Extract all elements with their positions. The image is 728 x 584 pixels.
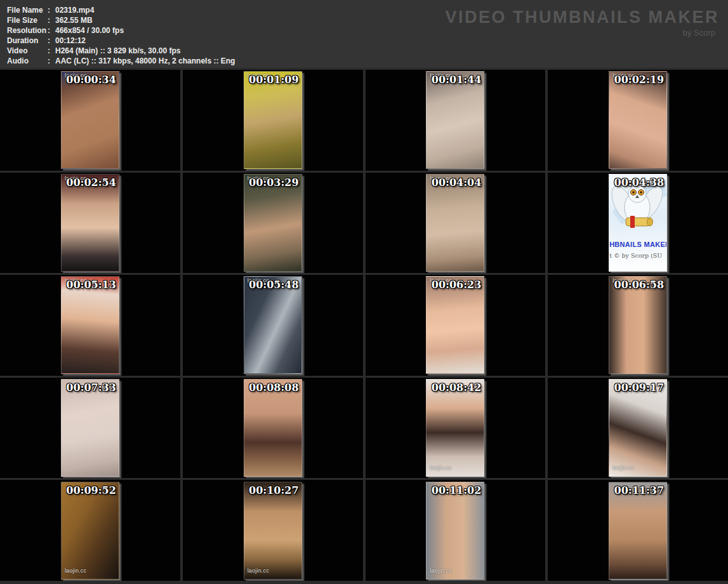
grid-cell: HBNAILS MAKER 5t © by Scorp (SU00:04:38: [548, 173, 728, 274]
video-frame-thumbnail: laojin.cc00:03:29: [244, 174, 302, 272]
thumbnail-sheet: { "header": { "bg_color": "#343434", "fi…: [0, 0, 728, 584]
frame-timestamp: 00:01:44: [432, 74, 482, 86]
grid-cell: laojin.cc00:00:34: [0, 70, 180, 171]
grid-cell: laojin.cc00:09:52: [0, 480, 180, 581]
meta-value: 362.55 MB: [55, 15, 93, 25]
grid-cell: laojin.cc00:11:02: [366, 480, 546, 581]
meta-colon: :: [48, 36, 55, 46]
thumbnail-grid: laojin.cc00:00:34laojin.cc00:01:09laojin…: [0, 68, 728, 584]
frame-timestamp: 00:05:13: [66, 279, 116, 291]
site-watermark: laojin.cc: [65, 567, 86, 574]
meta-colon: :: [48, 5, 55, 15]
meta-colon: :: [48, 56, 55, 66]
meta-label: File Name: [7, 5, 48, 15]
grid-cell: laojin.cc00:06:23: [366, 275, 546, 376]
video-frame-thumbnail: 00:08:08: [244, 379, 302, 477]
info-header: File Name:02319.mp4File Size:362.55 MBRe…: [0, 0, 728, 68]
meta-value: H264 (Main) :: 3 829 kb/s, 30.00 fps: [55, 46, 180, 56]
meta-value: AAC (LC) :: 317 kbps, 48000 Hz, 2 channe…: [55, 56, 235, 66]
meta-colon: :: [48, 25, 55, 36]
grid-cell: laojin.cc00:01:09: [183, 70, 363, 171]
video-frame-thumbnail: laojin.cc00:05:48: [244, 276, 302, 374]
frame-timestamp: 00:09:52: [66, 484, 116, 496]
meta-label: Duration: [7, 36, 48, 46]
meta-label: Video: [7, 46, 48, 56]
frame-timestamp: 00:07:33: [66, 382, 116, 394]
video-frame-thumbnail: laojin.cc00:10:27: [244, 482, 302, 580]
video-frame-thumbnail: 00:07:33: [61, 379, 119, 477]
video-frame-thumbnail: laojin.cc00:00:34: [61, 71, 119, 169]
grid-cell: laojin.cc00:06:58: [548, 275, 728, 376]
grid-cell: laojin.cc00:02:19: [548, 70, 728, 171]
site-watermark: laojin.cc: [430, 567, 451, 574]
frame-timestamp: 00:10:27: [249, 484, 299, 496]
logo-text-line1: HBNAILS MAKER 5: [609, 241, 666, 248]
meta-row: Resolution:466x854 / 30.00 fps: [7, 25, 235, 36]
video-frame-thumbnail: laojin.cc00:04:04: [426, 174, 484, 272]
grid-cell: laojin.cc00:09:17: [548, 378, 728, 479]
grid-cell: laojin.cc00:04:04: [366, 173, 546, 274]
app-byline: by Scorp: [446, 28, 720, 37]
frame-timestamp: 00:08:42: [432, 382, 482, 394]
grid-cell: 00:11:37: [548, 480, 728, 581]
meta-label: Audio: [7, 56, 48, 66]
video-frame-thumbnail: laojin.cc00:08:42: [426, 379, 484, 477]
video-frame-thumbnail: laojin.cc00:06:23: [426, 276, 484, 374]
video-frame-thumbnail: laojin.cc00:09:52: [61, 482, 119, 580]
video-frame-thumbnail-sample-logo: HBNAILS MAKER 5t © by Scorp (SU00:04:38: [609, 174, 667, 272]
meta-row: Duration:00:12:12: [7, 36, 235, 46]
meta-colon: :: [48, 46, 55, 56]
frame-timestamp: 00:05:48: [249, 279, 299, 291]
frame-timestamp: 00:04:38: [614, 176, 665, 189]
grid-cell: laojin.cc00:05:13: [0, 275, 180, 376]
video-frame-thumbnail: 00:11:37: [609, 482, 667, 580]
frame-timestamp: 00:04:04: [432, 176, 482, 189]
site-watermark: laojin.cc: [430, 465, 451, 471]
grid-cell: laojin.cc00:10:27: [183, 480, 363, 581]
frame-timestamp: 00:08:08: [249, 382, 299, 394]
site-watermark: laojin.cc: [248, 567, 269, 574]
video-frame-thumbnail: laojin.cc00:02:54: [61, 174, 119, 272]
file-metadata: File Name:02319.mp4File Size:362.55 MBRe…: [7, 5, 235, 66]
video-frame-thumbnail: laojin.cc00:11:02: [426, 482, 484, 580]
frame-timestamp: 00:01:09: [249, 74, 299, 86]
meta-row: Audio:AAC (LC) :: 317 kbps, 48000 Hz, 2 …: [7, 56, 235, 66]
grid-cell: laojin.cc00:01:44: [366, 70, 546, 171]
logo-text-line2: t © by Scorp (SU: [609, 252, 666, 259]
frame-timestamp: 00:06:23: [432, 279, 482, 291]
meta-row: File Size:362.55 MB: [7, 15, 235, 25]
meta-value: 00:12:12: [55, 36, 86, 46]
video-frame-thumbnail: laojin.cc00:02:19: [609, 71, 667, 169]
grid-cell: laojin.cc00:03:29: [183, 173, 363, 274]
frame-timestamp: 00:02:54: [66, 176, 116, 189]
meta-value: 466x854 / 30.00 fps: [55, 25, 124, 36]
meta-value: 02319.mp4: [55, 5, 94, 15]
app-title: VIDEO THUMBNAILS MAKER: [446, 8, 720, 27]
app-watermark: VIDEO THUMBNAILS MAKER by Scorp: [446, 8, 720, 37]
video-frame-thumbnail: laojin.cc00:01:09: [244, 71, 302, 169]
meta-row: File Name:02319.mp4: [7, 5, 235, 15]
video-frame-thumbnail: laojin.cc00:05:13: [61, 276, 119, 374]
frame-timestamp: 00:03:29: [249, 176, 299, 189]
grid-cell: 00:07:33: [0, 378, 180, 479]
video-frame-thumbnail: laojin.cc00:01:44: [426, 71, 484, 169]
grid-cell: 00:08:08: [183, 378, 363, 479]
frame-timestamp: 00:00:34: [66, 74, 116, 86]
frame-timestamp: 00:11:02: [432, 484, 482, 496]
frame-timestamp: 00:09:17: [614, 382, 665, 394]
grid-cell: laojin.cc00:02:54: [0, 173, 180, 274]
meta-label: File Size: [7, 15, 48, 25]
frame-timestamp: 00:11:37: [614, 484, 665, 496]
site-watermark: laojin.cc: [612, 465, 634, 471]
frame-timestamp: 00:06:58: [614, 279, 665, 291]
grid-cell: laojin.cc00:05:48: [183, 275, 363, 376]
meta-row: Video:H264 (Main) :: 3 829 kb/s, 30.00 f…: [7, 46, 235, 56]
frame-timestamp: 00:02:19: [614, 74, 665, 86]
meta-label: Resolution: [7, 25, 48, 36]
video-frame-thumbnail: laojin.cc00:09:17: [609, 379, 667, 477]
meta-colon: :: [48, 15, 55, 25]
grid-cell: laojin.cc00:08:42: [366, 378, 546, 479]
video-frame-thumbnail: laojin.cc00:06:58: [609, 276, 667, 374]
